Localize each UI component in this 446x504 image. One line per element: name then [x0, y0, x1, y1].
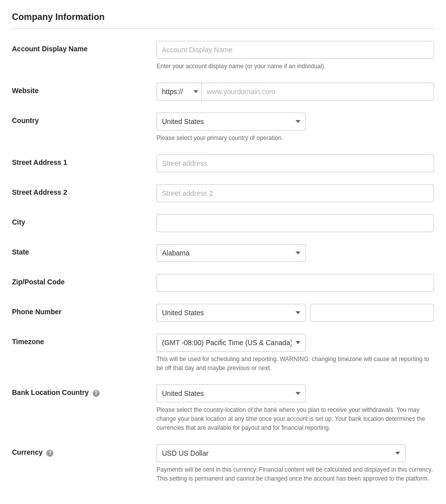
- country-hint: Please select your primary country of op…: [156, 133, 434, 142]
- street-address-1-input[interactable]: [156, 154, 434, 172]
- phone-number-group: United States Canada United Kingdom: [156, 304, 434, 322]
- website-label: Website: [12, 83, 156, 95]
- country-label: Country: [12, 113, 156, 125]
- zip-postal-code-input[interactable]: [156, 274, 434, 292]
- phone-number-label: Phone Number: [12, 304, 156, 316]
- city-group: [156, 214, 434, 232]
- bank-location-country-select[interactable]: United States Canada United Kingdom: [156, 384, 306, 402]
- street-address-2-group: [156, 184, 434, 202]
- bank-location-country-row: Bank Location Country ? United States Ca…: [12, 384, 434, 432]
- street-address-1-label: Street Address 1: [12, 154, 156, 166]
- street-address-1-group: [156, 154, 434, 172]
- phone-country-select[interactable]: United States Canada United Kingdom: [156, 304, 306, 322]
- page-container: Company Information Account Display Name…: [0, 0, 446, 504]
- account-display-name-input[interactable]: [156, 41, 434, 59]
- street-address-1-row: Street Address 1: [12, 154, 434, 172]
- timezone-row: Timezone (GMT -08:00) Pacific Time (US &…: [12, 334, 434, 373]
- city-label: City: [12, 214, 156, 226]
- country-row: Country United States Canada United King…: [12, 113, 434, 142]
- timezone-label: Timezone: [12, 334, 156, 346]
- currency-hint: Payments will be sent in this currency. …: [156, 465, 434, 483]
- timezone-group: (GMT -08:00) Pacific Time (US & Canada);…: [156, 334, 434, 373]
- phone-input-group: United States Canada United Kingdom: [156, 304, 434, 322]
- currency-label: Currency ?: [12, 444, 156, 457]
- state-label: State: [12, 244, 156, 256]
- country-select[interactable]: United States Canada United Kingdom Aust…: [156, 113, 306, 130]
- phone-number-row: Phone Number United States Canada United…: [12, 304, 434, 322]
- country-group: United States Canada United Kingdom Aust…: [156, 113, 434, 142]
- zip-postal-code-label: Zip/Postal Code: [12, 274, 156, 286]
- website-row: Website https:// http://: [12, 83, 434, 101]
- phone-number-input[interactable]: [310, 304, 434, 322]
- bank-location-country-help-icon[interactable]: ?: [93, 390, 100, 397]
- bank-location-country-hint: Please select the country-location of th…: [156, 405, 434, 432]
- timezone-hint: This will be used for scheduling and rep…: [156, 355, 434, 373]
- currency-select[interactable]: USD US Dollar EUR Euro GBP British Pound: [156, 444, 406, 462]
- zip-postal-code-group: [156, 274, 434, 292]
- account-display-name-label: Account Display Name: [12, 41, 156, 53]
- zip-postal-code-row: Zip/Postal Code: [12, 274, 434, 292]
- city-input[interactable]: [156, 214, 434, 232]
- bank-location-country-label: Bank Location Country ?: [12, 384, 156, 397]
- timezone-select[interactable]: (GMT -08:00) Pacific Time (US & Canada);…: [156, 334, 306, 352]
- website-protocol-select[interactable]: https:// http://: [156, 83, 201, 101]
- state-select[interactable]: Alabama Alaska Arizona Arkansas Californ…: [156, 244, 306, 262]
- account-display-name-hint: Enter your account display name (or your…: [156, 62, 434, 71]
- account-display-name-group: Enter your account display name (or your…: [156, 41, 434, 71]
- website-input-group: https:// http://: [156, 83, 434, 101]
- website-group: https:// http://: [156, 83, 434, 101]
- state-group: Alabama Alaska Arizona Arkansas Californ…: [156, 244, 434, 262]
- currency-group: USD US Dollar EUR Euro GBP British Pound…: [156, 444, 434, 483]
- street-address-2-input[interactable]: [156, 184, 434, 202]
- currency-help-icon[interactable]: ?: [46, 450, 53, 457]
- currency-row: Currency ? USD US Dollar EUR Euro GBP Br…: [12, 444, 434, 483]
- page-title: Company Information: [12, 12, 434, 29]
- account-display-name-row: Account Display Name Enter your account …: [12, 41, 434, 71]
- street-address-2-row: Street Address 2: [12, 184, 434, 202]
- state-row: State Alabama Alaska Arizona Arkansas Ca…: [12, 244, 434, 262]
- street-address-2-label: Street Address 2: [12, 184, 156, 196]
- city-row: City: [12, 214, 434, 232]
- bank-location-country-group: United States Canada United Kingdom Plea…: [156, 384, 434, 432]
- website-domain-input[interactable]: [201, 83, 434, 101]
